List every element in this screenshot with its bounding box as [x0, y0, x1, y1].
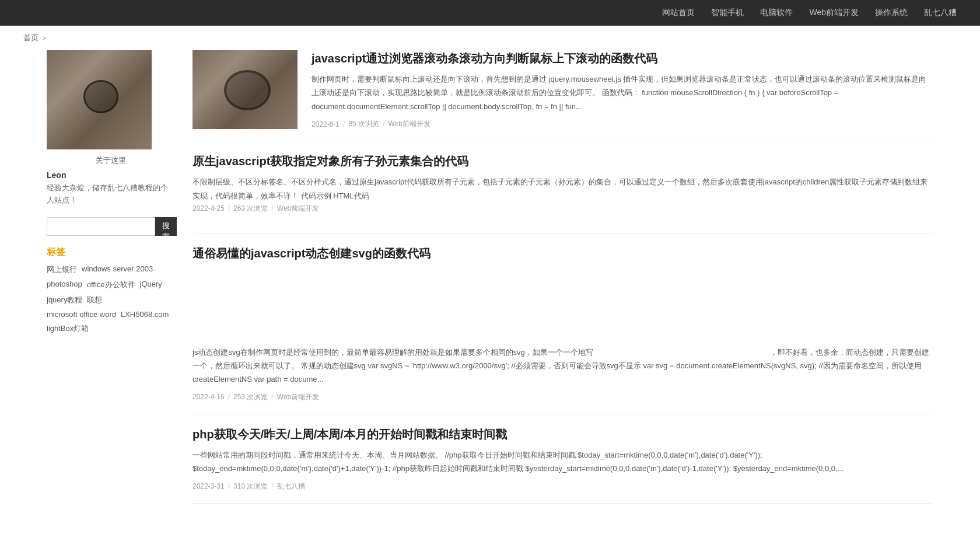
meta-sep1: /: [228, 482, 230, 490]
article-title[interactable]: javascript通过浏览器滚动条滚动方向判断鼠标上下滚动的函数代码: [312, 50, 933, 67]
meta-sep1: /: [228, 393, 230, 401]
meta-sep2: /: [271, 203, 273, 215]
nav-item-操作系统[interactable]: 操作系统: [875, 8, 908, 18]
tags-title: 标签: [47, 246, 175, 259]
article-excerpt: 不限制层级、不区分标签名、不区分样式名，通过原生javascript代码获取所有…: [192, 175, 933, 215]
meta-sep1: /: [343, 120, 345, 128]
tag-item[interactable]: jquery教程: [47, 295, 82, 305]
article-excerpt: 一些网站常用的期间段时间戳，通常用来统计今天、本周、当月网站数据。 //php获…: [192, 448, 933, 476]
breadcrumb-home[interactable]: 首页: [23, 33, 38, 43]
nav-item-乱七八糟[interactable]: 乱七八糟: [924, 8, 957, 18]
tag-item[interactable]: 网上银行: [47, 264, 77, 275]
article-body: javascript通过浏览器滚动条滚动方向判断鼠标上下滚动的函数代码 制作网页…: [312, 50, 933, 129]
article-card: php获取今天/昨天/上周/本周/本月的开始时间戳和结束时间戳 一些网站常用的期…: [192, 414, 933, 504]
meta-sep2: /: [383, 120, 384, 128]
breadcrumb-sep: >: [42, 34, 47, 43]
article-excerpt: 制作网页时，需要判断鼠标向上滚动还是向下滚动，首先想到的是通过 jquery.m…: [312, 72, 933, 113]
article-meta: 2022-4-16 / 253 次浏览 / Web前端开发: [192, 392, 933, 402]
tag-item[interactable]: windows server 2003: [82, 264, 153, 275]
article-meta: 2022-4-25 / 263 次浏览 / Web前端开发: [192, 203, 933, 215]
nav-item-网站首页[interactable]: 网站首页: [662, 8, 695, 18]
nav-item-Web前端开发[interactable]: Web前端开发: [809, 8, 859, 18]
article-meta: 2022-3-31 / 310 次浏览 / 乱七八糟: [192, 482, 933, 491]
tag-item[interactable]: photoshop: [47, 280, 82, 290]
article-views: 263 次浏览: [233, 203, 268, 215]
tag-item[interactable]: 联想: [87, 295, 102, 305]
article-card: 原生javascript获取指定对象所有子孙元素集合的代码 不限制层级、不区分标…: [192, 141, 933, 233]
sidebar-avatar: [47, 50, 152, 149]
article-category[interactable]: Web前端开发: [277, 203, 319, 215]
meta-sep2: /: [271, 482, 273, 490]
article-views: 253 次浏览: [233, 392, 268, 402]
article-card: javascript通过浏览器滚动条滚动方向判断鼠标上下滚动的函数代码 制作网页…: [192, 50, 933, 141]
tag-item[interactable]: microsoft office word: [47, 310, 116, 319]
breadcrumb: 首页 >: [0, 26, 980, 50]
article-card: 通俗易懂的javascript动态创建svg的函数代码 js动态创建svg在制作…: [192, 233, 933, 414]
sidebar-username: Leon: [47, 170, 175, 180]
sidebar: 关于这里 Leon 经验大杂烩，储存乱七八糟教程的个人站点！ 搜索 标签 网上银…: [47, 50, 175, 504]
search-input[interactable]: [47, 217, 155, 236]
search-box: 搜索: [47, 217, 175, 236]
article-category[interactable]: Web前端开发: [388, 119, 430, 129]
tag-item[interactable]: jQuery: [140, 280, 162, 290]
article-date: 2022-4-16: [192, 393, 225, 401]
article-body: 原生javascript获取指定对象所有子孙元素集合的代码 不限制层级、不区分标…: [192, 153, 933, 221]
sidebar-about-label: 关于这里: [47, 155, 175, 166]
avatar-image: [47, 50, 152, 149]
meta-sep1: /: [228, 203, 230, 215]
thumb-image: [192, 50, 298, 129]
sidebar-description: 经验大杂烩，储存乱七八糟教程的个人站点！: [47, 182, 175, 207]
article-excerpt: js动态创建svg在制作网页时是经常使用到的，最简单最容易理解的用处就是如果需要…: [192, 267, 933, 386]
article-views: 310 次浏览: [233, 482, 268, 491]
article-body: php获取今天/昨天/上周/本周/本月的开始时间戳和结束时间戳 一些网站常用的期…: [192, 426, 933, 491]
search-button[interactable]: 搜索: [155, 217, 177, 236]
main-layout: 关于这里 Leon 经验大杂烩，储存乱七八糟教程的个人站点！ 搜索 标签 网上银…: [23, 50, 957, 527]
article-category[interactable]: Web前端开发: [277, 392, 319, 402]
article-views: 85 次浏览: [348, 119, 379, 129]
article-title[interactable]: php获取今天/昨天/上周/本周/本月的开始时间戳和结束时间戳: [192, 426, 933, 442]
article-body: 通俗易懂的javascript动态创建svg的函数代码 js动态创建svg在制作…: [192, 245, 933, 402]
tag-list: 网上银行windows server 2003photoshopoffice办公…: [47, 264, 175, 334]
article-category[interactable]: 乱七八糟: [277, 482, 305, 491]
article-thumb: [192, 50, 298, 129]
article-title[interactable]: 通俗易懂的javascript动态创建svg的函数代码: [192, 245, 933, 261]
article-date: 2022-4-25: [192, 203, 225, 215]
article-date: 2022-3-31: [192, 482, 225, 490]
meta-sep2: /: [271, 393, 273, 401]
tag-item[interactable]: office办公软件: [87, 280, 135, 290]
top-nav: 网站首页智能手机电脑软件Web前端开发操作系统乱七八糟: [0, 0, 980, 26]
article-list: javascript通过浏览器滚动条滚动方向判断鼠标上下滚动的函数代码 制作网页…: [192, 50, 933, 504]
tag-item[interactable]: LXH5068.com: [121, 310, 169, 319]
article-date: 2022-6-1: [312, 120, 340, 128]
nav-item-电脑软件[interactable]: 电脑软件: [760, 8, 793, 18]
article-meta: 2022-6-1 / 85 次浏览 / Web前端开发: [312, 119, 933, 129]
tag-item[interactable]: lightBox灯箱: [47, 323, 89, 334]
nav-item-智能手机[interactable]: 智能手机: [711, 8, 744, 18]
article-title[interactable]: 原生javascript获取指定对象所有子孙元素集合的代码: [192, 153, 933, 169]
